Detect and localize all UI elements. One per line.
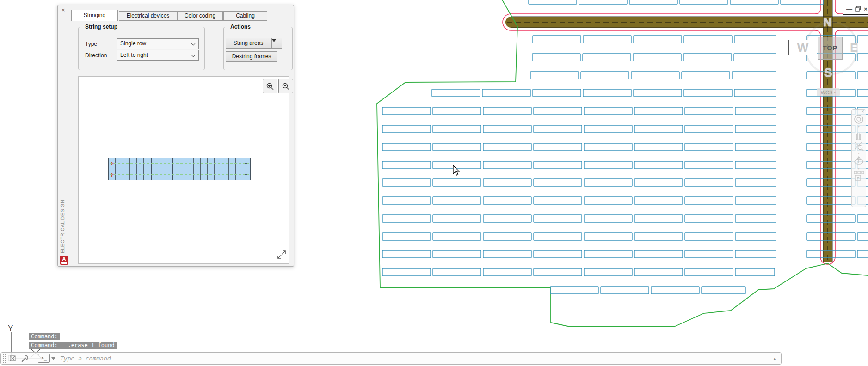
tab-stringing[interactable]: Stringing [71, 10, 118, 21]
panel-row-segment [685, 197, 733, 204]
panel-row-segment [534, 125, 582, 133]
zoom-out-button[interactable] [278, 79, 293, 93]
drag-grip[interactable] [2, 354, 6, 364]
panel-row-segment [735, 161, 776, 169]
zoom-icon[interactable] [853, 140, 864, 152]
command-prompt-icon[interactable]: >_ [38, 354, 50, 363]
viewcube-east[interactable]: E [850, 41, 858, 55]
chevron-down-icon[interactable]: ▾ [858, 125, 860, 128]
panel-row-segment [483, 107, 531, 115]
type-dropdown[interactable]: Single row [117, 38, 199, 49]
navigation-wheel-icon[interactable] [853, 114, 864, 125]
panel-row-segment [583, 54, 631, 61]
group-legend: Actions [228, 24, 252, 30]
panel-row-segment [483, 161, 531, 169]
orbit-icon[interactable] [853, 155, 864, 167]
tab-electrical-devices[interactable]: Electrical devices [119, 11, 177, 21]
panel-row-segment [534, 107, 582, 115]
panel-row-segment [584, 250, 632, 258]
panel-row-segment [631, 72, 679, 79]
chevron-down-icon[interactable]: ▾ [858, 152, 860, 155]
navigation-bar[interactable]: ✕ ▾ ▾ ▾ [851, 109, 866, 207]
command-input[interactable]: Type a command [60, 355, 111, 362]
panel-row-segment [634, 107, 683, 115]
wcs-dropdown[interactable]: WCS▾ [817, 88, 840, 96]
panel-row-segment [483, 143, 531, 151]
restore-icon[interactable] [855, 6, 861, 12]
panel-row-segment [584, 233, 632, 240]
ucs-toggle-icon[interactable] [9, 354, 17, 362]
panel-row-segment [382, 125, 431, 133]
customize-wrench-icon[interactable] [20, 354, 30, 363]
collapse-command-bar-icon[interactable]: ▲ [772, 356, 777, 361]
palette-title-bar[interactable]: × ELECTRICAL DESIGN A [58, 5, 70, 266]
expand-preview-icon[interactable] [276, 248, 288, 261]
panel-row-segment [857, 89, 868, 97]
panel-row-segment [734, 54, 776, 61]
panel-row-segment [433, 107, 481, 115]
direction-dropdown[interactable]: Left to right [117, 50, 199, 61]
panel-row-segment [634, 36, 682, 43]
zoom-in-button[interactable] [263, 79, 277, 93]
group-legend: String setup [83, 24, 119, 30]
panel-row-segment [534, 179, 582, 186]
panel-row-segment [530, 72, 579, 79]
panel-row-segment [634, 233, 683, 240]
direction-label: Direction [85, 52, 107, 59]
panel-row-segment [483, 197, 531, 204]
panel-row-segment [433, 179, 481, 186]
panel-row-segment [629, 0, 677, 4]
panel-row-segment [734, 36, 776, 43]
panel-row-segment [634, 215, 683, 222]
string-areas-button[interactable]: String areas [226, 38, 271, 49]
viewcube-south[interactable]: S [824, 66, 832, 80]
mouse-cursor [452, 165, 461, 176]
command-history-line: Command: _.erase 1 found [29, 342, 117, 349]
panel-row-segment [584, 197, 632, 204]
panel-row-segment [634, 197, 683, 204]
destring-frames-button[interactable]: Destring frames [226, 51, 277, 62]
panel-row-segment [382, 268, 431, 276]
panel-row-segment [382, 215, 431, 222]
tab-color-coding[interactable]: Color coding [177, 11, 223, 21]
panel-row-segment [584, 161, 632, 169]
recent-commands-caret-icon[interactable] [51, 357, 55, 360]
stringing-palette: × ELECTRICAL DESIGN A Stringing Electric… [57, 5, 294, 267]
panel-row-segment [683, 54, 732, 61]
close-icon[interactable]: × [864, 6, 868, 12]
panel-row-segment [382, 107, 431, 115]
chevron-down-icon [191, 55, 196, 57]
panel-row-segment [433, 143, 481, 151]
tab-cabling[interactable]: Cabling [223, 11, 267, 21]
panel-row-segment [433, 215, 481, 222]
panel-row-segment [634, 268, 683, 276]
panel-row-segment [735, 215, 776, 222]
panel-row-segment [584, 179, 632, 186]
panel-row-segment [857, 36, 868, 43]
panel-row-segment [534, 233, 582, 240]
panel-row-segment [680, 0, 728, 4]
panel-row-segment [685, 143, 733, 151]
string-preview-row: +− [109, 169, 250, 180]
panel-row-segment [382, 161, 431, 169]
pan-hand-icon[interactable] [853, 130, 864, 140]
panel-row-segment [483, 268, 531, 276]
panel-row-segment [433, 233, 481, 240]
command-bar[interactable]: >_ Type a command ▲ [0, 352, 782, 365]
panel-row-segment [634, 250, 683, 258]
chevron-down-icon[interactable]: ▾ [858, 167, 860, 170]
panel-row-segment [651, 287, 699, 294]
panel-row-segment [735, 125, 776, 133]
panel-row-segment [685, 215, 733, 222]
showmotion-icon[interactable] [853, 170, 865, 182]
panel-row-segment [584, 107, 632, 115]
viewcube-north[interactable]: N [823, 15, 832, 30]
minimize-icon[interactable]: — [846, 6, 852, 12]
navbar-close-icon[interactable]: ✕ [861, 110, 864, 114]
panel-row-segment [382, 233, 431, 240]
viewcube-west[interactable]: W [788, 40, 817, 55]
close-icon[interactable]: × [62, 7, 65, 13]
panel-row-segment [735, 197, 776, 204]
viewcube-top-face[interactable]: TOP [818, 37, 843, 60]
string-areas-dropdown-button[interactable] [271, 38, 282, 49]
